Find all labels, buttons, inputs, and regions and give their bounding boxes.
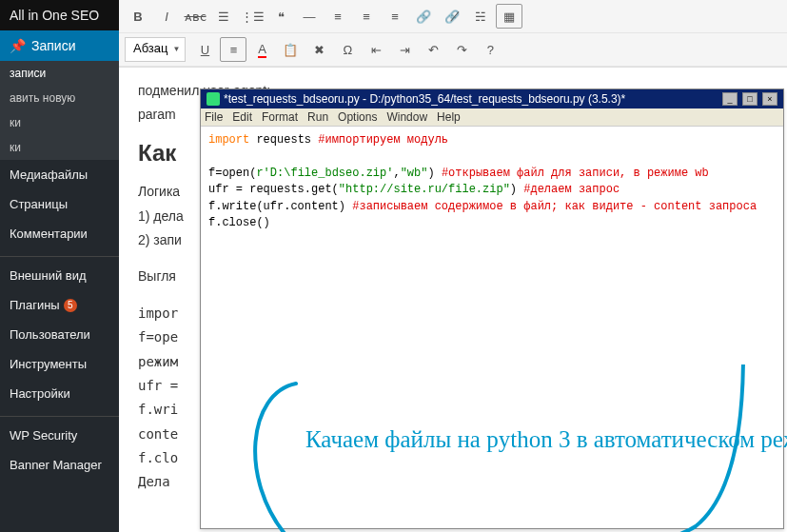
idle-menubar: File Edit Format Run Options Window Help [201,108,783,127]
menu-file[interactable]: File [205,110,223,124]
more-button[interactable]: ☵ [467,4,494,29]
toolbar-row-2: Абзац U ≡ A 📋 ✖ Ω ⇤ ⇥ ↶ ↷ ? [119,33,787,67]
sub-tag[interactable]: ки [0,135,119,160]
sub-cat[interactable]: ки [0,110,119,135]
underline-button[interactable]: U [191,37,218,62]
sidebar-item-tools[interactable]: Инструменты [0,349,119,379]
idle-code-area[interactable]: import requests #импортируем модуль f=op… [201,127,783,528]
editor-toolbar: B I ᴀʙᴄ ☰ ⋮☰ ❝ — ≡ ≡ ≡ 🔗 🔗̸ ☵ ▦ Абзац U … [119,0,787,68]
sidebar-item-settings[interactable]: Настройки [0,379,119,408]
annotation-text: Качаем файлы на python 3 в автоматическо… [305,422,705,458]
hr-button[interactable]: — [296,4,323,29]
sidebar-item-plugins[interactable]: Плагины 5 [0,290,119,320]
italic-button[interactable]: I [153,4,180,29]
sidebar-posts-label: Записи [31,38,75,53]
sidebar-item-banner[interactable]: Banner Manager [0,450,119,480]
unlink-button[interactable]: 🔗̸ [439,4,465,29]
menu-edit[interactable]: Edit [232,110,252,124]
numlist-button[interactable]: ⋮☰ [239,4,266,29]
menu-help[interactable]: Help [437,110,461,124]
toolbar-toggle-button[interactable]: ▦ [496,4,522,29]
quote-button[interactable]: ❝ [267,4,294,29]
bold-button[interactable]: B [125,4,151,29]
outdent-button[interactable]: ⇤ [363,37,389,62]
sub-new[interactable]: авить новую [0,86,119,110]
align-right-button[interactable]: ≡ [382,4,408,29]
strike-button[interactable]: ᴀʙᴄ [182,4,208,29]
maximize-button[interactable]: □ [742,92,757,106]
sidebar-item-comments[interactable]: Комментарии [0,219,119,248]
justify-button[interactable]: ≡ [220,37,246,62]
sidebar-posts[interactable]: 📌 Записи [0,30,119,61]
sidebar-top[interactable]: All in One SEO [0,0,119,30]
idle-title-text: *test_requests_bdseoru.py - D:/python35_… [224,92,625,106]
minimize-button[interactable]: _ [722,92,738,106]
annotation-overlay: Качаем файлы на python 3 в автоматическо… [239,365,734,532]
idle-titlebar[interactable]: *test_requests_bdseoru.py - D:/python35_… [201,89,783,108]
circle-drawing-icon [239,365,753,532]
pin-icon: 📌 [10,38,26,53]
toolbar-row-1: B I ᴀʙᴄ ☰ ⋮☰ ❝ — ≡ ≡ ≡ 🔗 🔗̸ ☵ ▦ [119,0,787,33]
sub-all[interactable]: записи [0,61,119,86]
align-left-button[interactable]: ≡ [325,4,351,29]
menu-format[interactable]: Format [262,110,298,124]
link-button[interactable]: 🔗 [410,4,437,29]
sidebar-item-users[interactable]: Пользователи [0,320,119,349]
indent-button[interactable]: ⇥ [391,37,418,62]
paste-button[interactable]: 📋 [277,37,304,62]
menu-options[interactable]: Options [338,110,377,124]
idle-window: *test_requests_bdseoru.py - D:/python35_… [200,89,784,529]
textcolor-button[interactable]: A [248,37,275,62]
wp-sidebar: All in One SEO 📌 Записи записи авить нов… [0,0,119,532]
python-icon [207,92,220,106]
clear-button[interactable]: ✖ [305,37,332,62]
menu-run[interactable]: Run [307,110,328,124]
sidebar-item-wpsec[interactable]: WP Security [0,416,119,450]
menu-window[interactable]: Window [386,110,427,124]
sidebar-item-appearance[interactable]: Внешний вид [0,256,119,290]
format-select[interactable]: Абзац [125,37,186,62]
sidebar-item-pages[interactable]: Страницы [0,189,119,219]
align-center-button[interactable]: ≡ [353,4,380,29]
help-button[interactable]: ? [477,37,503,62]
close-button[interactable]: × [762,92,777,106]
plugins-badge: 5 [64,299,77,312]
sidebar-item-media[interactable]: Медиафайлы [0,160,119,189]
bulletlist-button[interactable]: ☰ [210,4,237,29]
redo-button[interactable]: ↷ [448,37,475,62]
sidebar-posts-sub: записи авить новую ки ки [0,61,119,160]
specialchar-button[interactable]: Ω [334,37,361,62]
undo-button[interactable]: ↶ [420,37,446,62]
